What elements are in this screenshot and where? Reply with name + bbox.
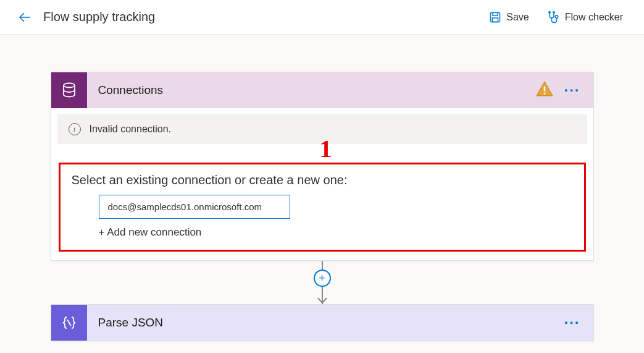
page-title: Flow supply tracking	[43, 10, 155, 24]
selection-prompt: Select an existing connection or create …	[72, 173, 573, 187]
connections-card-title: Connections	[98, 83, 164, 97]
app-header: Flow supply tracking Save Flow checker	[0, 0, 644, 35]
svg-rect-6	[543, 87, 545, 91]
add-new-connection-button[interactable]: + Add new connection	[99, 226, 573, 239]
add-step-button[interactable]: +	[314, 270, 331, 287]
connections-menu-button[interactable]: ···	[560, 78, 585, 103]
flow-canvas: Connections ··· i Invalid connection. 1 …	[0, 35, 644, 341]
stethoscope-icon	[546, 11, 560, 24]
parse-json-card: Parse JSON ···	[51, 304, 594, 341]
save-icon	[489, 11, 501, 23]
parse-json-menu-button[interactable]: ···	[560, 310, 585, 335]
connection-selection-area: 1 2 Select an existing connection or cre…	[59, 163, 586, 252]
parse-json-card-title: Parse JSON	[98, 316, 164, 330]
connection-option-selected[interactable]: docs@samplecds01.onmicrosoft.com	[99, 195, 290, 219]
flow-connector: +	[322, 261, 323, 304]
ellipsis-icon: ···	[564, 314, 580, 331]
svg-point-5	[64, 83, 75, 88]
svg-point-4	[555, 15, 558, 18]
connections-card-header[interactable]: Connections ···	[51, 72, 593, 108]
parse-json-card-header[interactable]: Parse JSON ···	[51, 305, 593, 341]
info-icon: i	[69, 123, 81, 135]
braces-icon	[51, 305, 87, 341]
database-icon	[51, 72, 87, 108]
back-button[interactable]	[12, 5, 37, 30]
save-button[interactable]: Save	[480, 5, 537, 30]
add-new-label: + Add new connection	[99, 226, 202, 239]
warning-icon	[535, 80, 554, 101]
svg-rect-7	[543, 93, 545, 95]
connections-card: Connections ··· i Invalid connection. 1 …	[51, 72, 594, 261]
annotation-badge-1: 1	[320, 134, 332, 163]
flow-checker-label: Flow checker	[565, 12, 623, 23]
save-label: Save	[506, 12, 529, 23]
svg-rect-1	[493, 18, 498, 22]
ellipsis-icon: ···	[564, 82, 580, 99]
flow-checker-button[interactable]: Flow checker	[538, 5, 632, 30]
banner-text: Invalid connection.	[90, 124, 172, 135]
arrow-left-icon	[17, 10, 32, 25]
plus-icon: +	[319, 272, 325, 285]
